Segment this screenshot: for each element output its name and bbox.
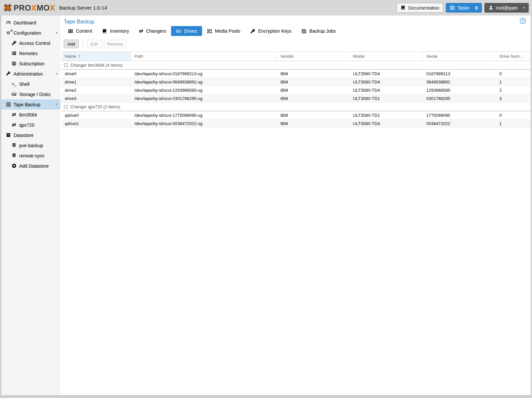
tasks-list-icon [450,5,455,10]
caret-down-icon[interactable]: ▾ [55,102,57,107]
tab-media-pools[interactable]: Media Pools [202,26,245,36]
proxmox-wordmark: PROXMOX [14,3,55,13]
caret-down-icon[interactable]: ▾ [55,31,57,35]
sidebar-item-label: Tape Backup [14,102,40,107]
tape-cartridge-icon [5,102,11,107]
sidebar-item-access-control[interactable]: Access Control [1,38,60,48]
cell-name: drive2 [61,88,131,93]
key-icon [250,29,255,34]
sidebar-item-shell[interactable]: >_ Shell [1,79,60,89]
sidebar-item-subscription[interactable]: Subscription [1,58,60,69]
floppy-save-icon [301,29,306,34]
sort-ascending-icon: ↑ [78,54,81,59]
table-row-drive2[interactable]: drive2 /dev/tape/by-id/scsi-1293966585-s… [61,86,531,94]
tab-inventory[interactable]: Inventory [97,26,134,36]
content-panel: Tape Backup ? Content Inventory [60,16,531,395]
help-icon[interactable]: ? [520,18,526,24]
sidebar-item-label: Remotes [19,51,38,56]
sidebar-item-storage-disks[interactable]: Storage / Disks [1,89,60,99]
collapse-group-icon[interactable] [64,105,68,109]
table-row-qdrive1[interactable]: qdrive1 /dev/tape/by-id/scsi-0036472022-… [61,119,531,128]
add-button[interactable]: Add [64,40,79,48]
sidebar-item-ibm3584[interactable]: ⇄ ibm3584 [1,110,60,120]
caret-down-icon[interactable]: ▾ [55,72,57,76]
drives-grid: Name ↑ Path Vendor Model Serial Drive Nu… [61,51,531,128]
sidebar-item-label: Configuration [14,30,41,36]
cell-name: drive0 [61,71,131,76]
key-icon [11,41,17,46]
remove-button: Remove [104,40,127,48]
tab-label: Backup Jobs [309,28,336,34]
user-menu-button[interactable]: root@pam ▾ [484,3,529,13]
sidebar-item-remotes[interactable]: Remotes [1,48,60,58]
table-row-drive1[interactable]: drive1 /dev/tape/by-id/scsi-0649938692-s… [61,78,531,86]
column-header-model[interactable]: Model [350,52,423,61]
sidebar-item-configuration[interactable]: ⚙⚙ Configuration ▾ [1,28,60,38]
book-icon [401,5,406,10]
header-actions: Documentation Tasks 0 root@pam ▾ [397,3,529,13]
cell-drive-number: 3 [496,96,531,101]
sidebar-item-tape-backup[interactable]: Tape Backup ▾ [1,99,60,110]
sidebar-item-datastore[interactable]: Datastore [1,130,60,140]
page: PROXMOX Backup Server 1.0-14 Documentati… [0,0,532,398]
documentation-button[interactable]: Documentation [397,3,443,13]
cell-drive-number: 2 [496,88,531,93]
cell-path: /dev/tape/by-id/scsi-1293966585-sg [131,88,277,93]
tasks-count: 0 [475,5,478,11]
sidebar-item-label: ibm3584 [19,112,37,117]
changer-exchange-icon: ⇄ [11,112,17,117]
sidebar: Dashboard ⚙⚙ Configuration ▾ Access Cont… [1,16,60,395]
sidebar-item-label: Add Datastore [19,163,49,169]
tape-drive-icon [176,29,181,34]
app-header: PROXMOX Backup Server 1.0-14 Documentati… [0,0,532,16]
tab-content[interactable]: Content [63,26,97,36]
plus-circle-icon [11,163,17,168]
cell-path: /dev/tape/by-id/scsi-0036472022-sg [131,121,277,126]
column-header-drive-number[interactable]: Drive Num… [496,52,531,61]
tab-label: Inventory [110,28,129,34]
group-header-qpx720[interactable]: Changer qpx720 (2 Items) [61,103,531,111]
sidebar-item-pve-backup[interactable]: pve-backup [1,140,60,150]
sidebar-item-dashboard[interactable]: Dashboard [1,17,60,28]
tab-backup-jobs[interactable]: Backup Jobs [297,26,341,36]
tab-label: Drives [184,28,197,34]
list-rows-icon [11,51,17,56]
tab-changers[interactable]: ⇄ Changers [134,26,171,36]
sidebar-item-qpx720[interactable]: ⇄ qpx720 [1,120,60,130]
sidebar-item-label: Dashboard [14,20,36,25]
table-row-drive3[interactable]: drive3 /dev/tape/by-id/scsi-0301768295-s… [61,94,531,103]
tasks-button[interactable]: Tasks 0 [446,3,482,13]
cell-name: drive1 [61,80,131,84]
cell-name: qdrive0 [61,113,131,118]
tab-drives[interactable]: Drives [171,26,202,36]
cell-vendor: IBM [277,80,350,84]
table-row-drive0[interactable]: drive0 /dev/tape/by-id/scsi-0187989213-s… [61,70,531,78]
cell-vendor: IBM [277,96,350,101]
product-version: Backup Server 1.0-14 [59,5,107,11]
table-row-qdrive0[interactable]: qdrive0 /dev/tape/by-id/scsi-1775099095-… [61,111,531,119]
tab-encryption-keys[interactable]: Encryption Keys [245,26,297,36]
tab-label: Content [76,28,92,34]
toolbar-separator [83,41,83,47]
user-label: root@pam [496,5,518,11]
sidebar-item-add-datastore[interactable]: Add Datastore [1,161,60,171]
cell-model: ULT3580-TD1 [350,96,423,101]
collapse-group-icon[interactable] [64,63,68,67]
column-header-name[interactable]: Name ↑ [61,52,131,61]
cell-drive-number: 0 [496,71,531,76]
cell-path: /dev/tape/by-id/scsi-0649938692-sg [131,80,277,84]
proxmox-x-icon [3,3,12,12]
cell-drive-number: 1 [496,121,531,126]
column-header-path[interactable]: Path [131,52,277,61]
column-header-vendor[interactable]: Vendor [277,52,350,61]
proxmox-logo: PROXMOX [3,3,55,13]
column-header-serial[interactable]: Serial [423,52,496,61]
cell-serial: 0036472022 [423,121,496,126]
cell-name: qdrive1 [61,121,131,126]
sidebar-item-remote-sync[interactable]: remote-sync [1,150,60,161]
sidebar-item-administration[interactable]: Administration ▾ [1,69,60,79]
group-header-ibm3584[interactable]: Changer ibm3584 (4 Items) [61,61,531,70]
sidebar-item-label: remote-sync [19,153,45,158]
grid-header: Name ↑ Path Vendor Model Serial Drive Nu… [61,52,531,61]
cell-serial: 0649938692 [423,80,496,84]
